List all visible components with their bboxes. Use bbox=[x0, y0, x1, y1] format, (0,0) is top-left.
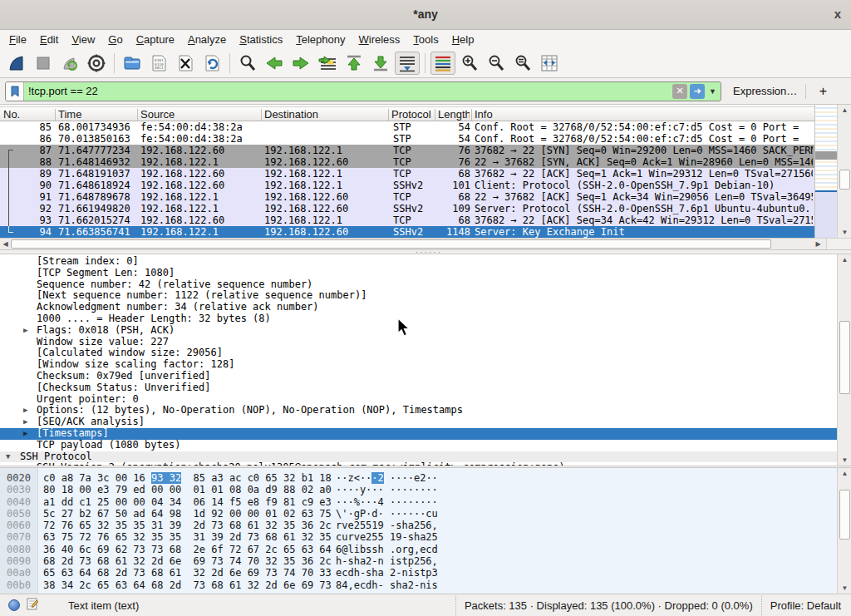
detail-row[interactable]: [Stream index: 0] bbox=[0, 256, 837, 268]
scrollbar-thumb[interactable] bbox=[839, 170, 850, 190]
start-capture-fin-icon[interactable] bbox=[4, 52, 29, 75]
hex-bytes[interactable]: 68 2d 73 68 61 32 2d 6e 69 73 74 70 32 3… bbox=[43, 555, 332, 567]
hex-row-0020[interactable]: 0020c0 a8 7a 3c 00 16 93 32 85 a3 ac c0 … bbox=[0, 472, 837, 484]
packet-row-88[interactable]: 8871.648146932192.168.122.1192.168.122.6… bbox=[0, 156, 814, 168]
expander-closed-icon[interactable]: ▶ bbox=[23, 325, 27, 337]
zoom-out-icon[interactable] bbox=[484, 52, 509, 75]
menu-edit[interactable]: Edit bbox=[33, 31, 65, 48]
detail-row[interactable]: ▼SSH Protocol bbox=[0, 451, 837, 463]
column-separator[interactable] bbox=[261, 109, 262, 121]
intelligent-scrollbar-map[interactable] bbox=[814, 105, 837, 238]
hex-ascii[interactable]: rve25519 -sha256, bbox=[336, 520, 438, 531]
packet-list-vscrollbar[interactable]: ▲ ▼ bbox=[837, 105, 851, 238]
scroll-right-icon[interactable]: ▶ bbox=[813, 239, 824, 249]
go-to-top-icon[interactable] bbox=[342, 52, 366, 75]
packet-row-91[interactable]: 9171.648789678192.168.122.1192.168.122.6… bbox=[0, 191, 814, 203]
hex-row-0060[interactable]: 006072 76 65 32 35 35 31 39 2d 73 68 61 … bbox=[0, 520, 837, 531]
expander-closed-icon[interactable]: ▶ bbox=[23, 416, 27, 428]
column-header-destination[interactable]: Destination bbox=[261, 108, 386, 121]
column-separator[interactable] bbox=[388, 109, 389, 121]
filter-clear-icon[interactable]: ✕ bbox=[672, 84, 687, 99]
hex-row-0040[interactable]: 0040a1 dd c1 25 00 00 04 34 06 14 f5 e8 … bbox=[0, 496, 837, 508]
packet-row-89[interactable]: 8971.648191037192.168.122.60192.168.122.… bbox=[0, 168, 814, 180]
hex-ascii[interactable]: \'·gP·d· ······cu bbox=[336, 508, 438, 520]
expander-closed-icon[interactable]: ▶ bbox=[23, 428, 27, 440]
zoom-in-icon[interactable] bbox=[457, 52, 482, 75]
detail-row[interactable]: Urgent pointer: 0 bbox=[0, 394, 837, 406]
hex-ascii[interactable]: ····y··· ········ bbox=[336, 484, 438, 495]
menu-help[interactable]: Help bbox=[445, 31, 481, 48]
packet-row-90[interactable]: 9071.648618924192.168.122.60192.168.122.… bbox=[0, 180, 814, 191]
menu-go[interactable]: Go bbox=[101, 31, 129, 48]
hex-ascii[interactable]: curve255 19-sha25 bbox=[336, 531, 438, 543]
column-separator[interactable] bbox=[471, 109, 472, 121]
detail-row[interactable]: Acknowledgment number: 34 (relative ack … bbox=[0, 302, 837, 313]
column-header-no[interactable]: No. bbox=[0, 108, 53, 121]
column-separator[interactable] bbox=[55, 109, 56, 121]
menu-wireless[interactable]: Wireless bbox=[352, 31, 407, 48]
packet-row-92[interactable]: 9271.661949820192.168.122.1192.168.122.6… bbox=[0, 203, 814, 214]
detail-row[interactable]: ▶[Timestamps] bbox=[0, 428, 837, 440]
detail-row[interactable]: [Checksum Status: Unverified] bbox=[0, 382, 837, 394]
detail-row[interactable]: ▶[SEQ/ACK analysis] bbox=[0, 416, 837, 428]
zoom-reset-icon[interactable] bbox=[510, 52, 535, 75]
resize-columns-icon[interactable] bbox=[537, 52, 562, 75]
close-file-icon[interactable] bbox=[173, 52, 198, 75]
expander-closed-icon[interactable]: ▶ bbox=[23, 405, 27, 416]
filter-history-caret-icon[interactable]: ▼ bbox=[707, 87, 721, 96]
filter-apply-icon[interactable]: ➜ bbox=[690, 84, 705, 99]
hex-row-0030[interactable]: 003080 18 00 e3 79 ed 00 00 01 01 08 0a … bbox=[0, 484, 837, 495]
hex-row-00a0[interactable]: 00a065 63 64 68 2d 73 68 61 32 2d 6e 69 … bbox=[0, 567, 837, 579]
display-filter-input[interactable]: !tcp.port == 22 ✕ ➜ ▼ bbox=[5, 81, 721, 101]
column-header-length[interactable]: Length bbox=[435, 108, 470, 121]
menu-capture[interactable]: Capture bbox=[130, 31, 181, 48]
close-icon[interactable]: x bbox=[834, 7, 841, 21]
scroll-down-icon[interactable]: ▼ bbox=[838, 583, 851, 594]
scroll-down-icon[interactable]: ▼ bbox=[838, 227, 851, 238]
status-profile[interactable]: Profile: Default bbox=[761, 596, 851, 615]
find-packet-icon[interactable] bbox=[235, 52, 260, 75]
menu-file[interactable]: File bbox=[2, 31, 33, 48]
hex-ascii[interactable]: 6@libssh .org,ecd bbox=[336, 544, 438, 555]
hex-vscrollbar[interactable]: ▲ ▼ bbox=[837, 468, 851, 594]
hex-bytes[interactable]: 63 75 72 76 65 32 35 35 31 39 2d 73 68 6… bbox=[43, 531, 332, 543]
hex-row-0050[interactable]: 00505c 27 b2 67 50 ad 64 98 1d 92 00 00 … bbox=[0, 508, 837, 520]
hex-bytes[interactable]: 80 18 00 e3 79 ed 00 00 01 01 08 0a d9 8… bbox=[43, 484, 332, 495]
colorize-icon[interactable] bbox=[430, 52, 455, 75]
hex-bytes[interactable]: 5c 27 b2 67 50 ad 64 98 1d 92 00 00 01 0… bbox=[43, 508, 332, 520]
go-to-bottom-icon[interactable] bbox=[368, 52, 393, 75]
scroll-up-icon[interactable]: ▲ bbox=[838, 105, 851, 116]
expression-button[interactable]: Expression… bbox=[733, 85, 797, 97]
hex-row-0090[interactable]: 009068 2d 73 68 61 32 2d 6e 69 73 74 70 … bbox=[0, 555, 837, 567]
reload-file-icon[interactable] bbox=[199, 52, 224, 75]
hex-ascii[interactable]: ···%···4 ········ bbox=[336, 496, 438, 508]
hex-row-0080[interactable]: 008036 40 6c 69 62 73 73 68 2e 6f 72 67 … bbox=[0, 544, 837, 555]
hex-bytes[interactable]: 72 76 65 32 35 35 31 39 2d 73 68 61 32 3… bbox=[43, 520, 332, 531]
capture-options-gear-icon[interactable] bbox=[84, 52, 109, 75]
menu-telephony[interactable]: Telephony bbox=[289, 31, 352, 48]
detail-row[interactable]: [Calculated window size: 29056] bbox=[0, 347, 837, 359]
display-filter-text[interactable]: !tcp.port == 22 bbox=[24, 85, 672, 97]
hex-bytes[interactable]: 65 63 64 68 2d 73 68 61 32 2d 6e 69 73 7… bbox=[43, 567, 332, 579]
packet-row-87[interactable]: 8771.647777234192.168.122.60192.168.122.… bbox=[0, 145, 814, 156]
go-to-packet-icon[interactable] bbox=[315, 52, 340, 75]
detail-row[interactable]: TCP payload (1080 bytes) bbox=[0, 440, 837, 451]
capture-comment-icon[interactable] bbox=[27, 598, 38, 613]
scroll-up-icon[interactable]: ▲ bbox=[838, 254, 851, 265]
hex-bytes[interactable]: a1 dd c1 25 00 00 04 34 06 14 f5 e8 f9 8… bbox=[43, 496, 332, 508]
go-forward-icon[interactable] bbox=[288, 52, 313, 75]
scroll-down-icon[interactable]: ▼ bbox=[838, 455, 851, 466]
hex-ascii[interactable]: h-sha2-n istp256, bbox=[336, 555, 438, 567]
column-header-info[interactable]: Info bbox=[471, 108, 811, 121]
open-file-icon[interactable] bbox=[120, 52, 145, 75]
detail-row[interactable]: ▶SSH Version 2 (encryption:chacha20-poly… bbox=[0, 462, 837, 466]
packet-list-header[interactable]: No.TimeSourceDestinationProtocolLengthIn… bbox=[0, 106, 814, 121]
column-header-source[interactable]: Source bbox=[137, 108, 259, 121]
detail-row[interactable]: ▶Flags: 0x018 (PSH, ACK) bbox=[0, 325, 837, 337]
column-header-time[interactable]: Time bbox=[55, 108, 135, 121]
menu-statistics[interactable]: Statistics bbox=[233, 31, 289, 48]
expander-closed-icon[interactable]: ▶ bbox=[23, 462, 27, 466]
detail-row[interactable]: 1000 .... = Header Length: 32 bytes (8) bbox=[0, 313, 837, 325]
scroll-up-icon[interactable]: ▲ bbox=[838, 468, 851, 479]
details-vscrollbar[interactable]: ▲ ▼ bbox=[837, 254, 851, 466]
